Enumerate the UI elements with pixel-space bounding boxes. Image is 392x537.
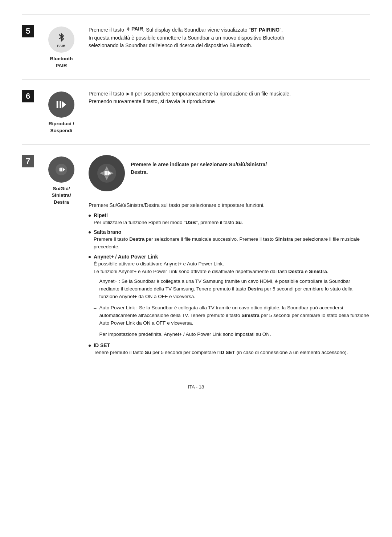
icon-col-5: PAIR Bluetooth PAIR [38,25,85,69]
step-number-7: 7 [22,155,34,167]
section6-content: Premere il tasto ►II per sospendere temp… [85,90,370,108]
section-5: 5 PAIR Bluetooth PAIR Premere il tasto [22,15,370,80]
section6-text: Premere il tasto ►II per sospendere temp… [89,90,367,106]
svg-rect-6 [61,168,62,171]
section7-bullet-list: Ripeti Per utilizzare la funzione Ripeti… [89,212,370,357]
page-footer: ITA - 18 [22,384,370,390]
svg-rect-5 [60,168,61,171]
svg-rect-15 [106,171,108,175]
footer-text: ITA - 18 [188,384,204,390]
anynet-dash-list: – Anynet+ : Se la Soundbar è collegata a… [94,278,370,338]
svg-marker-2 [62,101,66,108]
icon-col-6: Riproduci / Sospendi [38,90,85,134]
bluetooth-pair-icon: PAIR [48,27,74,53]
section-7: 7 Su/Giù/ Sinistra/ Destra [22,145,370,370]
section5-label: Bluetooth PAIR [50,56,73,69]
svg-rect-1 [60,101,61,108]
dash-item-1: – Anynet+ : Se la Soundbar è collegata a… [94,278,370,301]
svg-rect-14 [105,171,106,175]
bullet-salta-brano: Salta brano Premere il tasto Destra per … [89,229,370,251]
section7-intro: Premere Su/Giù/Sinistra/Destra sul tasto… [89,202,370,208]
section6-label: Riproduci / Sospendi [49,121,74,134]
section7-desc-right: Premere le aree indicate per selezionare… [125,155,267,176]
ripeti-text: Per utilizzare la funzione Ripeti nel mo… [89,219,370,227]
bullet-anynet: Anynet+ / Auto Power Link È possibile at… [89,254,370,338]
section5-text: Premere il tasto PAIR . Sul display dell… [89,25,367,50]
dpad-large-icon [89,155,125,191]
anynet-text: È possibile attivare o disattivare Anyne… [89,260,370,276]
play-pause-icon [48,91,74,118]
bullet-ripeti: Ripeti Per utilizzare la funzione Ripeti… [89,212,370,227]
section7-top: Premere le aree indicate per selezionare… [89,155,370,196]
dash-item-3: – Per impostazione predefinita, Anynet+ … [94,331,370,339]
section7-label: Su/Giù/ Sinistra/ Destra [52,186,71,206]
dpad-small-icon [48,156,74,183]
section5-content: Premere il tasto PAIR . Sul display dell… [85,25,370,52]
icon-col-7: Su/Giù/ Sinistra/ Destra [38,155,85,206]
section7-content: Premere le aree indicate per selezionare… [85,155,370,359]
salta-brano-text: Premere il tasto Destra per selezionare … [89,236,370,251]
page-container: 5 PAIR Bluetooth PAIR Premere il tasto [0,0,392,404]
section-6: 6 Riproduci / Sospendi Premere il tasto … [22,80,370,145]
step-number-6: 6 [22,90,34,102]
svg-rect-0 [57,101,58,108]
bt-inner-label: PAIR [57,44,66,48]
step-number-5: 5 [22,25,34,37]
bullet-idset: ID SET Tenere premuto il tasto Su per 5 … [89,342,370,357]
dash-item-2: – Auto Power Link : Se la Soundbar è col… [94,304,370,327]
idset-text: Tenere premuto il tasto Su per 5 secondi… [89,349,370,357]
